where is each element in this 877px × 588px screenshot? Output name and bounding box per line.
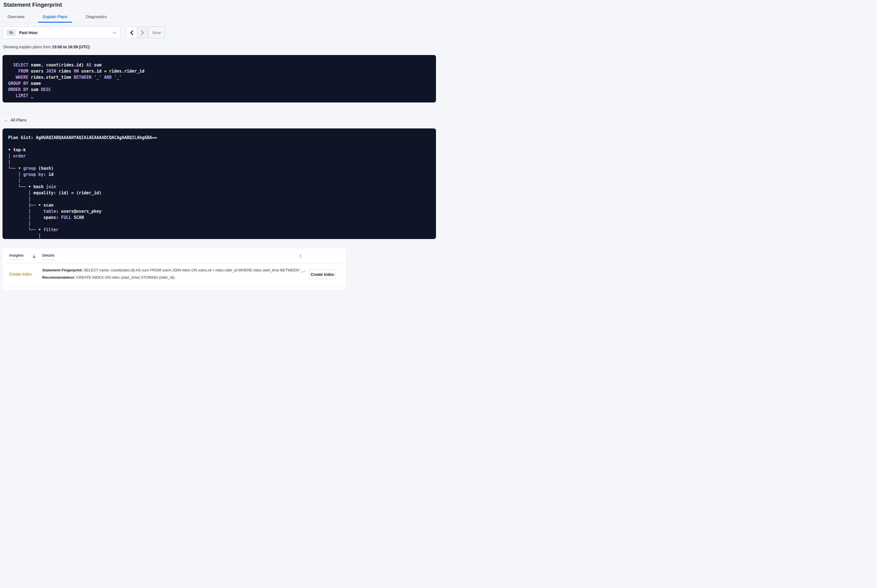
next-time-button[interactable] xyxy=(137,27,147,38)
sort-down-arrow-icon xyxy=(33,256,36,258)
table-header-divider xyxy=(6,263,343,263)
code-line: │ spans: FULL SCAN xyxy=(8,214,430,220)
tab-overview[interactable]: Overview xyxy=(3,12,29,22)
time-range-summary: Showing explain plans from 15:00 to 16:5… xyxy=(3,45,90,49)
insights-table: Insights Details Create Index Statement … xyxy=(3,249,346,290)
statement-fingerprint-detail: Statement Fingerprint: SELECT name, coun… xyxy=(42,268,310,272)
time-range-label: Past Hour xyxy=(19,30,38,35)
create-index-button[interactable]: Create Index xyxy=(309,269,335,279)
tab-explain-plans[interactable]: Explain Plans xyxy=(38,12,72,22)
code-line: ORDER BY sum DESC xyxy=(8,87,430,93)
code-line: │ xyxy=(8,233,430,239)
code-line xyxy=(8,141,430,147)
now-button[interactable]: Now xyxy=(148,27,165,39)
table-row-divider xyxy=(6,286,343,286)
recommendation-text: CREATE INDEX ON rides (start_time) STORI… xyxy=(75,275,175,279)
fingerprint-text: SELECT name, count(rides.id) AS sum FROM… xyxy=(83,268,306,272)
back-arrow-icon: ← xyxy=(4,117,8,122)
code-line: │ xyxy=(8,196,430,202)
chevron-left-icon xyxy=(130,30,134,35)
sort-up-arrow-icon xyxy=(299,254,302,256)
code-line: │ equality: (id) = (rider_id) xyxy=(8,190,430,196)
chevron-down-icon xyxy=(113,30,117,34)
sql-statement-panel: SELECT name, count(rides.id) AS sum FROM… xyxy=(3,55,436,102)
code-line: └── • hash join xyxy=(8,184,430,190)
code-line: │ table: users@users_pkey xyxy=(8,208,430,214)
code-line: │ order xyxy=(8,153,430,159)
code-line: SELECT name, count(rides.id) AS sum xyxy=(8,62,430,68)
tab-bar: Overview Explain Plans Diagnostics xyxy=(0,12,438,22)
insight-type-link[interactable]: Create Index xyxy=(9,272,32,276)
sort-up-arrow-icon xyxy=(33,254,36,256)
sort-icon-insights[interactable] xyxy=(33,254,36,258)
page-title: Statement Fingerprint xyxy=(3,2,62,8)
tab-diagnostics[interactable]: Diagnostics xyxy=(81,12,111,22)
fingerprint-label: Statement Fingerprint: xyxy=(42,268,83,272)
code-line: WHERE rides.start_time BETWEEN '_' AND '… xyxy=(8,74,430,80)
code-line: │ group by: id xyxy=(8,171,430,178)
column-header-details[interactable]: Details xyxy=(42,253,54,260)
prev-time-button[interactable] xyxy=(126,27,137,38)
time-range-select[interactable]: 1h Past Hour xyxy=(3,27,120,39)
all-plans-label: All Plans xyxy=(11,118,26,122)
time-interval-badge: 1h xyxy=(6,29,16,36)
recommendation-label: Recommendation: xyxy=(42,275,75,279)
code-line: │ xyxy=(8,178,430,184)
code-line: Plan Gist: AgHUAQIABQAAAAHYAQIAiAEAAAADC… xyxy=(8,135,430,141)
code-line: └── • group (hash) xyxy=(8,165,430,171)
all-plans-link[interactable]: ← All Plans xyxy=(4,117,26,122)
recommendation-detail: Recommendation: CREATE INDEX ON rides (s… xyxy=(42,275,310,279)
plan-gist-panel: Plan Gist: AgHUAQIABQAAAAHYAQIAiAEAAAADC… xyxy=(3,128,436,239)
chevron-right-icon xyxy=(141,30,144,35)
code-line: LIMIT _ xyxy=(8,93,430,99)
code-line: │ xyxy=(8,159,430,165)
sort-down-arrow-icon xyxy=(299,256,302,258)
summary-range: 15:00 to 16:59 (UTC) xyxy=(52,45,90,49)
code-line: └── • filter xyxy=(8,227,430,233)
code-line: FROM users JOIN rides ON users.id = ride… xyxy=(8,68,430,74)
code-line: • top-k xyxy=(8,147,430,153)
code-line: GROUP BY name xyxy=(8,80,430,87)
sort-icon-details[interactable] xyxy=(299,254,302,258)
code-line: │ xyxy=(8,220,430,227)
code-line: ├── • scan xyxy=(8,202,430,208)
time-pager xyxy=(126,27,148,39)
column-header-insights[interactable]: Insights xyxy=(9,253,24,260)
summary-prefix: Showing explain plans from xyxy=(3,45,52,49)
